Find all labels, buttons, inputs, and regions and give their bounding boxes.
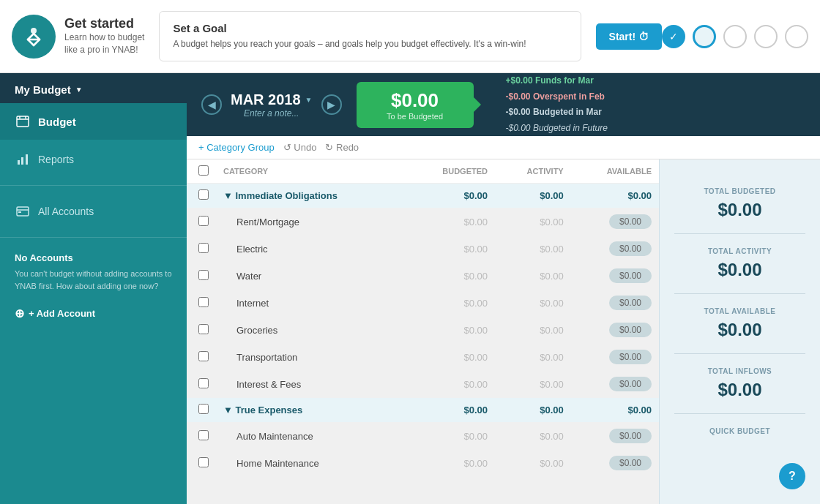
all-accounts-label: All Accounts [38, 206, 94, 217]
svg-rect-10 [18, 160, 20, 165]
item-checkbox[interactable] [198, 243, 209, 253]
col-checkbox [187, 159, 216, 184]
item-checkbox[interactable] [198, 430, 209, 440]
no-accounts-title: No Accounts [15, 252, 172, 263]
total-inflows-block: TOTAL INFLOWS $0.00 [674, 354, 805, 414]
item-name-cell[interactable]: Auto Maintenance [216, 423, 406, 450]
group-checkbox[interactable] [198, 404, 209, 414]
item-activity: $0.00 [495, 263, 571, 290]
table-row: Transportation $0.00 $0.00 $0.00 [187, 344, 659, 371]
item-activity: $0.00 [495, 236, 571, 263]
group-name-cell[interactable]: ▼ Immediate Obligations [216, 184, 406, 208]
my-budget-title[interactable]: My Budget ▼ [15, 83, 83, 96]
item-checkbox[interactable] [198, 378, 209, 388]
reports-label: Reports [38, 154, 74, 165]
group-budgeted: $0.00 [406, 398, 495, 423]
get-started-desc2: like a pro in YNAB! [64, 44, 144, 56]
item-checkbox-cell [187, 371, 216, 398]
to-budget-box[interactable]: $0.00 To be Budgeted [357, 82, 474, 128]
group-name-cell[interactable]: ▼ True Expenses [216, 398, 406, 423]
item-checkbox[interactable] [198, 351, 209, 361]
total-budgeted-value: $0.00 [674, 200, 805, 220]
stat-budgeted-mar: -$0.00 Budgeted in Mar [506, 105, 608, 121]
item-budgeted[interactable]: $0.00 [406, 317, 495, 344]
total-available-value: $0.00 [674, 320, 805, 340]
prev-month-button[interactable]: ◀ [201, 94, 222, 115]
item-checkbox[interactable] [198, 324, 209, 334]
total-activity-label: TOTAL ACTIVITY [674, 247, 805, 255]
item-name-cell[interactable]: Interest & Fees [216, 371, 406, 398]
main-content: ◀ MAR 2018 ▼ Enter a note... ▶ $0.00 To … [187, 73, 820, 504]
total-inflows-label: TOTAL INFLOWS [674, 367, 805, 375]
budget-header: ◀ MAR 2018 ▼ Enter a note... ▶ $0.00 To … [187, 73, 820, 136]
item-checkbox[interactable] [198, 216, 209, 226]
item-name-cell[interactable]: Water [216, 263, 406, 290]
progress-dot-4[interactable] [754, 25, 778, 48]
item-budgeted[interactable]: $0.00 [406, 290, 495, 317]
no-accounts-section: No Accounts You can't budget without add… [0, 244, 187, 334]
col-budgeted: BUDGETED [406, 159, 495, 184]
sidebar-item-budget[interactable]: Budget [0, 103, 187, 140]
budget-table-area: CATEGORY BUDGETED ACTIVITY AVAILABLE ▼ I… [187, 159, 659, 504]
redo-button[interactable]: ↻ Redo [325, 142, 359, 153]
svg-rect-15 [18, 211, 21, 213]
progress-dot-2[interactable] [693, 25, 716, 48]
svg-rect-12 [26, 154, 28, 165]
item-activity: $0.00 [495, 344, 571, 371]
quick-budget-block[interactable]: QUICK BUDGET [674, 414, 805, 453]
item-budgeted[interactable]: $0.00 [406, 423, 495, 450]
stat-funds-for-mar: +$0.00 Funds for Mar [506, 73, 608, 89]
item-name-cell[interactable]: Electric [216, 236, 406, 263]
month-note[interactable]: Enter a note... [231, 108, 313, 119]
to-budget-amount: $0.00 [371, 89, 459, 112]
item-budgeted[interactable]: $0.00 [406, 263, 495, 290]
progress-dot-3[interactable] [723, 25, 747, 48]
add-account-icon: ⊕ [15, 306, 24, 320]
no-accounts-text: You can't budget without adding accounts… [15, 268, 172, 292]
reports-icon [15, 151, 31, 168]
add-account-button[interactable]: ⊕ + Add Account [15, 302, 95, 325]
item-budgeted[interactable]: $0.00 [406, 344, 495, 371]
item-budgeted[interactable]: $0.00 [406, 450, 495, 477]
my-budget-header: My Budget ▼ [0, 73, 187, 103]
progress-dot-5[interactable] [785, 25, 808, 48]
start-button[interactable]: Start! ⏱ [596, 23, 662, 50]
sidebar-item-all-accounts[interactable]: All Accounts [0, 192, 187, 231]
item-checkbox[interactable] [198, 297, 209, 307]
item-name-cell[interactable]: Rent/Mortgage [216, 208, 406, 236]
svg-rect-13 [17, 207, 29, 216]
sidebar-divider [0, 185, 187, 186]
goal-text: A budget helps you reach your goals – an… [173, 37, 567, 50]
group-checkbox[interactable] [198, 189, 209, 200]
table-row: Rent/Mortgage $0.00 $0.00 $0.00 [187, 208, 659, 236]
get-started-text: Get started Learn how to budget like a p… [64, 16, 144, 56]
item-name-cell[interactable]: Groceries [216, 317, 406, 344]
item-budgeted[interactable]: $0.00 [406, 236, 495, 263]
svg-rect-11 [21, 157, 23, 165]
table-row: Internet $0.00 $0.00 $0.00 [187, 290, 659, 317]
table-row: Interest & Fees $0.00 $0.00 $0.00 [187, 371, 659, 398]
item-budgeted[interactable]: $0.00 [406, 371, 495, 398]
quick-budget-label: QUICK BUDGET [674, 427, 805, 435]
progress-dot-1[interactable]: ✓ [662, 25, 685, 48]
item-checkbox[interactable] [198, 270, 209, 280]
undo-button[interactable]: ↺ Undo [283, 142, 317, 153]
item-budgeted[interactable]: $0.00 [406, 208, 495, 236]
group-checkbox-cell [187, 184, 216, 208]
sidebar-item-reports[interactable]: Reports [0, 140, 187, 179]
item-name-cell[interactable]: Transportation [216, 344, 406, 371]
group-available: $0.00 [571, 184, 659, 208]
total-budgeted-label: TOTAL BUDGETED [674, 187, 805, 195]
total-budgeted-block: TOTAL BUDGETED $0.00 [674, 174, 805, 234]
item-checkbox-cell [187, 236, 216, 263]
item-name-cell[interactable]: Internet [216, 290, 406, 317]
help-button[interactable]: ? [779, 463, 805, 489]
item-checkbox-cell [187, 344, 216, 371]
table-row: Auto Maintenance $0.00 $0.00 $0.00 [187, 423, 659, 450]
add-category-group-button[interactable]: + Category Group [198, 142, 275, 153]
month-title[interactable]: MAR 2018 ▼ [231, 91, 313, 108]
select-all-checkbox[interactable] [198, 165, 209, 176]
item-name-cell[interactable]: Home Maintenance [216, 450, 406, 477]
next-month-button[interactable]: ▶ [321, 94, 342, 115]
item-checkbox[interactable] [198, 457, 209, 467]
